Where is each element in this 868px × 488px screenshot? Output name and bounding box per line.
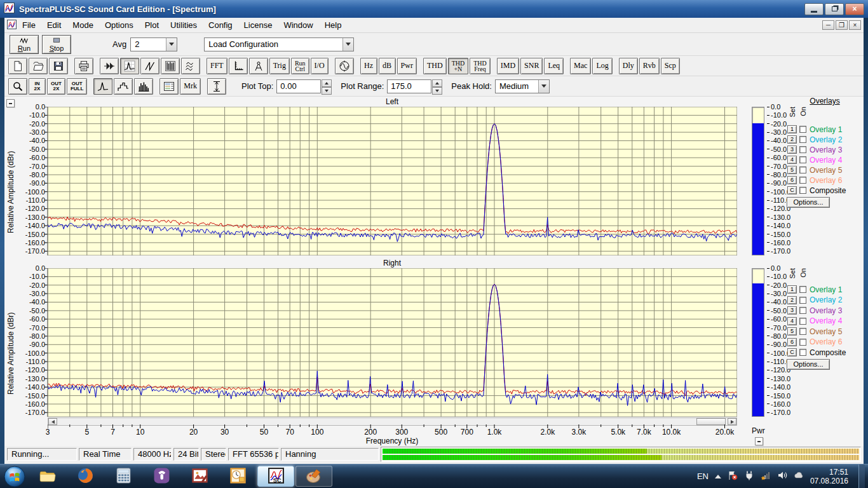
overlay-set-button-4[interactable]: 4 <box>787 156 797 164</box>
waterfall-button[interactable] <box>181 58 200 74</box>
cloud-app-icon[interactable] <box>794 470 804 482</box>
plot-range-spinner[interactable] <box>432 79 442 93</box>
plot-range-input[interactable]: 175.0 <box>387 79 431 93</box>
signal-generator-button[interactable] <box>335 58 354 74</box>
btn-log[interactable]: Log <box>592 58 612 74</box>
taskbar-app-explorer[interactable] <box>29 466 65 487</box>
speaker-icon[interactable] <box>777 470 787 482</box>
menu-config[interactable]: Config <box>203 18 238 32</box>
zoom-button[interactable] <box>8 78 27 95</box>
menu-window[interactable]: Window <box>278 18 318 32</box>
btn-dly[interactable]: Dly <box>619 58 638 74</box>
menu-edit[interactable]: Edit <box>41 18 67 32</box>
menu-license[interactable]: License <box>238 18 278 32</box>
overlay-on-checkbox-4[interactable] <box>799 318 806 325</box>
btn-pwr[interactable]: Pwr <box>397 58 417 74</box>
spectrogram-button[interactable] <box>161 58 180 74</box>
overlay-set-button-c[interactable]: C <box>787 348 797 356</box>
overlay-options-button[interactable]: Options... <box>787 197 830 208</box>
taskbar-app-picture-manager[interactable] <box>181 466 218 487</box>
network-signal-icon[interactable] <box>761 470 771 482</box>
taskbar-app-firefox[interactable] <box>67 466 104 487</box>
overlay-on-checkbox-1[interactable] <box>799 286 806 293</box>
overlay-on-checkbox-5[interactable] <box>799 166 806 173</box>
language-indicator[interactable]: EN <box>697 471 709 481</box>
overlay-options-button[interactable]: Options... <box>787 359 830 370</box>
plot-top-spinner[interactable] <box>322 79 332 93</box>
start-button[interactable] <box>1 464 28 488</box>
btn-thd-freq[interactable]: THDFreq <box>470 58 491 74</box>
mdi-minimize-button[interactable]: ─ <box>822 20 834 30</box>
overlay-on-checkbox-1[interactable] <box>799 126 806 133</box>
overlay-set-button-2[interactable]: 2 <box>787 135 797 144</box>
overlay-set-button-2[interactable]: 2 <box>787 296 797 304</box>
overlay-set-button-1[interactable]: 1 <box>787 285 797 294</box>
taskbar-app-spectraplus[interactable]: SC <box>257 466 294 487</box>
vertical-range-button[interactable] <box>207 78 226 95</box>
btn-leq[interactable]: Leq <box>544 58 564 74</box>
plot-top-input[interactable]: 0.00 <box>276 79 321 93</box>
taskbar-app-viber[interactable] <box>143 466 180 487</box>
run-button[interactable]: Run <box>10 35 39 54</box>
save-button[interactable] <box>49 58 68 74</box>
menu-mode[interactable]: Mode <box>67 18 99 32</box>
power-plug-icon[interactable] <box>744 470 754 482</box>
config-dropdown-arrow[interactable] <box>342 38 353 51</box>
show-desktop-button[interactable] <box>858 464 865 488</box>
spectrum-plot-left[interactable] <box>44 107 737 255</box>
restore-button[interactable] <box>825 3 844 15</box>
overlay-on-checkbox-c[interactable] <box>799 349 806 356</box>
overlay-set-button-6[interactable]: 6 <box>787 176 797 184</box>
btn-mrk[interactable]: Mrk <box>180 78 201 95</box>
btn-thd[interactable]: THD <box>423 58 447 74</box>
overlay-set-button-4[interactable]: 4 <box>787 317 797 325</box>
overlay-on-checkbox-3[interactable] <box>799 146 806 153</box>
avg-combobox[interactable]: 2 <box>130 37 177 51</box>
btn-out-full[interactable]: OUTFULL <box>67 78 87 95</box>
menu-plot[interactable]: Plot <box>139 18 165 32</box>
btn-hz[interactable]: Hz <box>360 58 377 74</box>
close-button[interactable]: × <box>845 3 864 15</box>
overlay-set-button-1[interactable]: 1 <box>787 125 797 133</box>
overlay-on-checkbox-2[interactable] <box>799 297 806 304</box>
taskbar-app-paint[interactable] <box>295 466 332 487</box>
print-button[interactable] <box>74 58 93 74</box>
collapse-pwr-button[interactable] <box>755 437 763 445</box>
taskbar-app-calculator[interactable] <box>105 466 142 487</box>
btn-trig[interactable]: Trig <box>269 58 290 74</box>
scaling-button[interactable] <box>229 58 248 74</box>
new-document-button[interactable] <box>8 58 27 74</box>
btn-scp[interactable]: Scp <box>661 58 680 74</box>
overlay-set-button-5[interactable]: 5 <box>787 166 797 174</box>
overlay-on-checkbox-6[interactable] <box>799 177 806 184</box>
btn-snr[interactable]: SNR <box>520 58 543 74</box>
clock[interactable]: 17:51 07.08.2016 <box>810 468 848 485</box>
peak-hold-combobox[interactable]: Medium <box>495 79 550 93</box>
spectrum-plot-right[interactable] <box>44 268 737 417</box>
time-series-button[interactable] <box>100 58 119 74</box>
btn-out-2x[interactable]: OUT2X <box>47 78 65 95</box>
bar-plot-button[interactable] <box>114 78 133 95</box>
btn-in-2x[interactable]: IN2X <box>29 78 46 95</box>
btn-fft[interactable]: FFT <box>207 58 227 74</box>
mdi-restore-button[interactable]: ❐ <box>836 20 848 30</box>
overlay-set-button-3[interactable]: 3 <box>787 146 797 154</box>
calibration-button[interactable] <box>249 58 268 74</box>
menu-options[interactable]: Options <box>99 18 139 32</box>
overlay-set-button-5[interactable]: 5 <box>787 327 797 336</box>
menu-help[interactable]: Help <box>319 18 348 32</box>
overlay-on-checkbox-5[interactable] <box>799 328 806 335</box>
load-configuration-combobox[interactable]: Load Configuration <box>204 37 354 51</box>
btn-run-ctrl[interactable]: RunCtrl <box>291 58 309 74</box>
action-center-flag-icon[interactable] <box>728 470 738 482</box>
minimize-button[interactable] <box>804 3 824 15</box>
overlay-set-button-c[interactable]: C <box>787 186 797 194</box>
btn-imd[interactable]: IMD <box>497 58 519 74</box>
histogram-plot-button[interactable] <box>134 78 153 95</box>
overlay-on-checkbox-c[interactable] <box>799 187 806 194</box>
overlay-on-checkbox-2[interactable] <box>799 136 806 143</box>
spectrum-button[interactable] <box>120 58 139 74</box>
menu-utilities[interactable]: Utilities <box>165 18 203 32</box>
mdi-close-button[interactable]: × <box>849 20 861 30</box>
overlay-on-checkbox-4[interactable] <box>799 156 806 163</box>
